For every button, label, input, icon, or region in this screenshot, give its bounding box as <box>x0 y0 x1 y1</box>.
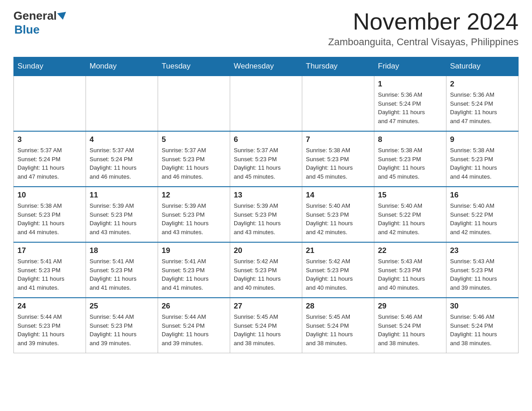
day-number: 5 <box>162 135 226 144</box>
day-info: Sunrise: 5:40 AM Sunset: 5:22 PM Dayligh… <box>378 201 442 236</box>
day-info: Sunrise: 5:40 AM Sunset: 5:23 PM Dayligh… <box>306 201 370 236</box>
day-info: Sunrise: 5:37 AM Sunset: 5:24 PM Dayligh… <box>90 146 154 181</box>
calendar-week-2: 3Sunrise: 5:37 AM Sunset: 5:24 PM Daylig… <box>14 131 519 187</box>
day-number: 19 <box>162 246 226 255</box>
day-info: Sunrise: 5:39 AM Sunset: 5:23 PM Dayligh… <box>162 201 226 236</box>
day-number: 30 <box>450 302 515 311</box>
day-info: Sunrise: 5:41 AM Sunset: 5:23 PM Dayligh… <box>17 257 82 292</box>
day-number: 26 <box>162 302 226 311</box>
day-info: Sunrise: 5:37 AM Sunset: 5:24 PM Dayligh… <box>17 146 82 181</box>
day-info: Sunrise: 5:41 AM Sunset: 5:23 PM Dayligh… <box>90 257 154 292</box>
day-number: 11 <box>90 191 154 200</box>
calendar-cell: 30Sunrise: 5:46 AM Sunset: 5:24 PM Dayli… <box>446 298 519 353</box>
day-info: Sunrise: 5:38 AM Sunset: 5:23 PM Dayligh… <box>378 146 442 181</box>
logo-blue-text: Blue <box>14 23 68 37</box>
calendar-cell: 20Sunrise: 5:42 AM Sunset: 5:23 PM Dayli… <box>230 242 302 298</box>
day-number: 27 <box>234 302 298 311</box>
calendar-header-monday: Monday <box>86 57 158 76</box>
calendar-cell: 8Sunrise: 5:38 AM Sunset: 5:23 PM Daylig… <box>374 131 446 187</box>
day-number: 24 <box>17 302 82 311</box>
calendar-cell: 24Sunrise: 5:44 AM Sunset: 5:23 PM Dayli… <box>14 298 86 353</box>
day-info: Sunrise: 5:38 AM Sunset: 5:23 PM Dayligh… <box>306 146 370 181</box>
calendar-table: SundayMondayTuesdayWednesdayThursdayFrid… <box>13 57 519 353</box>
day-number: 28 <box>306 302 370 311</box>
calendar-week-5: 24Sunrise: 5:44 AM Sunset: 5:23 PM Dayli… <box>14 298 519 353</box>
day-info: Sunrise: 5:45 AM Sunset: 5:24 PM Dayligh… <box>306 313 370 347</box>
day-info: Sunrise: 5:38 AM Sunset: 5:23 PM Dayligh… <box>450 146 515 181</box>
day-number: 10 <box>17 191 82 200</box>
calendar-cell: 29Sunrise: 5:46 AM Sunset: 5:24 PM Dayli… <box>374 298 446 353</box>
day-number: 6 <box>234 135 298 144</box>
day-number: 9 <box>450 135 515 144</box>
calendar-cell: 12Sunrise: 5:39 AM Sunset: 5:23 PM Dayli… <box>158 187 230 242</box>
day-info: Sunrise: 5:42 AM Sunset: 5:23 PM Dayligh… <box>306 257 370 292</box>
calendar-cell: 4Sunrise: 5:37 AM Sunset: 5:24 PM Daylig… <box>86 131 158 187</box>
title-section: November 2024 Zamboanguita, Central Visa… <box>328 9 519 48</box>
calendar-header-tuesday: Tuesday <box>158 57 230 76</box>
day-info: Sunrise: 5:45 AM Sunset: 5:24 PM Dayligh… <box>234 313 298 347</box>
calendar-cell: 21Sunrise: 5:42 AM Sunset: 5:23 PM Dayli… <box>302 242 374 298</box>
calendar-cell: 13Sunrise: 5:39 AM Sunset: 5:23 PM Dayli… <box>230 187 302 242</box>
calendar-cell: 15Sunrise: 5:40 AM Sunset: 5:22 PM Dayli… <box>374 187 446 242</box>
calendar-cell: 1Sunrise: 5:36 AM Sunset: 5:24 PM Daylig… <box>374 76 446 131</box>
calendar-cell: 17Sunrise: 5:41 AM Sunset: 5:23 PM Dayli… <box>14 242 86 298</box>
day-number: 20 <box>234 246 298 255</box>
day-number: 4 <box>90 135 154 144</box>
day-info: Sunrise: 5:37 AM Sunset: 5:23 PM Dayligh… <box>234 146 298 181</box>
day-info: Sunrise: 5:44 AM Sunset: 5:24 PM Dayligh… <box>162 313 226 347</box>
calendar-cell <box>14 76 86 131</box>
day-info: Sunrise: 5:36 AM Sunset: 5:24 PM Dayligh… <box>378 90 442 125</box>
day-number: 22 <box>378 246 442 255</box>
day-info: Sunrise: 5:39 AM Sunset: 5:23 PM Dayligh… <box>90 201 154 236</box>
calendar-cell <box>302 76 374 131</box>
calendar-header-friday: Friday <box>374 57 446 76</box>
calendar-cell: 19Sunrise: 5:41 AM Sunset: 5:23 PM Dayli… <box>158 242 230 298</box>
day-number: 25 <box>90 302 154 311</box>
day-info: Sunrise: 5:41 AM Sunset: 5:23 PM Dayligh… <box>162 257 226 292</box>
day-info: Sunrise: 5:36 AM Sunset: 5:24 PM Dayligh… <box>450 90 515 125</box>
day-info: Sunrise: 5:40 AM Sunset: 5:22 PM Dayligh… <box>450 201 515 236</box>
calendar-week-3: 10Sunrise: 5:38 AM Sunset: 5:23 PM Dayli… <box>14 187 519 242</box>
day-number: 8 <box>378 135 442 144</box>
calendar-cell: 14Sunrise: 5:40 AM Sunset: 5:23 PM Dayli… <box>302 187 374 242</box>
calendar-cell: 3Sunrise: 5:37 AM Sunset: 5:24 PM Daylig… <box>14 131 86 187</box>
calendar-header-saturday: Saturday <box>446 57 519 76</box>
day-info: Sunrise: 5:39 AM Sunset: 5:23 PM Dayligh… <box>234 201 298 236</box>
logo-arrow-icon <box>57 12 67 20</box>
calendar-cell: 2Sunrise: 5:36 AM Sunset: 5:24 PM Daylig… <box>446 76 519 131</box>
calendar-cell <box>230 76 302 131</box>
logo-general-text: General <box>13 9 57 23</box>
day-info: Sunrise: 5:42 AM Sunset: 5:23 PM Dayligh… <box>234 257 298 292</box>
calendar-cell: 18Sunrise: 5:41 AM Sunset: 5:23 PM Dayli… <box>86 242 158 298</box>
calendar-cell: 26Sunrise: 5:44 AM Sunset: 5:24 PM Dayli… <box>158 298 230 353</box>
calendar-header-sunday: Sunday <box>14 57 86 76</box>
day-number: 29 <box>378 302 442 311</box>
day-number: 13 <box>234 191 298 200</box>
calendar-header-row: SundayMondayTuesdayWednesdayThursdayFrid… <box>14 57 519 76</box>
calendar-cell: 23Sunrise: 5:43 AM Sunset: 5:23 PM Dayli… <box>446 242 519 298</box>
day-number: 1 <box>378 80 442 89</box>
calendar-header-wednesday: Wednesday <box>230 57 302 76</box>
day-number: 14 <box>306 191 370 200</box>
day-info: Sunrise: 5:46 AM Sunset: 5:24 PM Dayligh… <box>450 313 515 347</box>
month-title: November 2024 <box>328 9 519 34</box>
day-info: Sunrise: 5:37 AM Sunset: 5:23 PM Dayligh… <box>162 146 226 181</box>
day-number: 23 <box>450 246 515 255</box>
day-number: 12 <box>162 191 226 200</box>
page-header: General Blue November 2024 Zamboanguita,… <box>13 9 519 48</box>
day-number: 16 <box>450 191 515 200</box>
calendar-header-thursday: Thursday <box>302 57 374 76</box>
day-info: Sunrise: 5:43 AM Sunset: 5:23 PM Dayligh… <box>450 257 515 292</box>
calendar-cell <box>158 76 230 131</box>
day-number: 3 <box>17 135 82 144</box>
calendar-cell: 16Sunrise: 5:40 AM Sunset: 5:22 PM Dayli… <box>446 187 519 242</box>
calendar-week-1: 1Sunrise: 5:36 AM Sunset: 5:24 PM Daylig… <box>14 76 519 131</box>
calendar-cell: 28Sunrise: 5:45 AM Sunset: 5:24 PM Dayli… <box>302 298 374 353</box>
day-number: 17 <box>17 246 82 255</box>
calendar-cell: 27Sunrise: 5:45 AM Sunset: 5:24 PM Dayli… <box>230 298 302 353</box>
logo: General Blue <box>13 9 68 37</box>
day-number: 21 <box>306 246 370 255</box>
calendar-week-4: 17Sunrise: 5:41 AM Sunset: 5:23 PM Dayli… <box>14 242 519 298</box>
calendar-cell: 10Sunrise: 5:38 AM Sunset: 5:23 PM Dayli… <box>14 187 86 242</box>
day-number: 2 <box>450 80 515 89</box>
